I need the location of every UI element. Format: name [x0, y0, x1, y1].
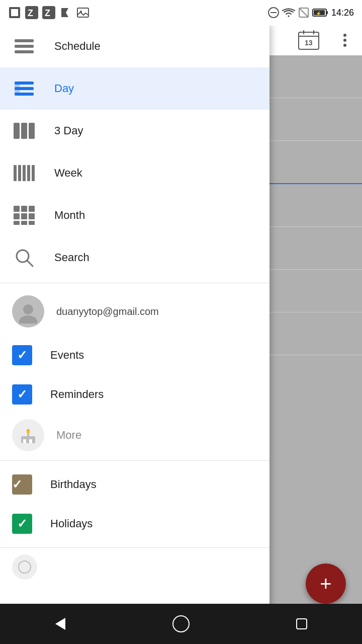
svg-text:Z: Z	[28, 8, 33, 18]
z-icon: Z	[25, 6, 38, 19]
sidebar-item-month[interactable]: Month	[0, 194, 269, 236]
home-button[interactable]	[171, 614, 191, 634]
svg-rect-45	[14, 221, 20, 225]
status-bar-right: ⚡ 14:26	[268, 7, 354, 18]
svg-point-58	[19, 561, 31, 573]
svg-rect-39	[14, 206, 20, 212]
svg-point-50	[23, 304, 33, 314]
svg-rect-31	[14, 123, 20, 139]
svg-rect-43	[21, 213, 27, 219]
status-bar: Z Z	[0, 0, 362, 25]
sidebar-item-search[interactable]: Search	[0, 236, 269, 279]
calendar-item-events[interactable]: ✓ Events	[0, 336, 269, 375]
status-time: 14:26	[331, 8, 354, 18]
status-bar-left: Z Z	[8, 6, 89, 19]
reminders-label: Reminders	[50, 388, 104, 401]
add-event-fab[interactable]: +	[306, 564, 346, 604]
more-label: More	[56, 429, 81, 442]
search-icon	[12, 246, 36, 270]
sidebar-item-3day[interactable]: 3 Day	[0, 110, 269, 152]
svg-point-21	[343, 34, 346, 37]
svg-rect-25	[15, 45, 34, 48]
svg-rect-46	[21, 221, 27, 225]
svg-point-23	[343, 44, 346, 47]
events-checkbox: ✓	[12, 345, 32, 365]
sim-icon	[298, 7, 309, 18]
month-label: Month	[54, 209, 85, 222]
holidays-label: Holidays	[50, 517, 93, 530]
svg-rect-40	[21, 206, 27, 212]
divider-2	[0, 460, 269, 461]
calendar-item-holidays[interactable]: ✓ Holidays	[0, 504, 269, 543]
svg-rect-13	[326, 11, 328, 14]
flag-icon	[59, 6, 72, 19]
week-icon	[12, 161, 36, 185]
account-email: duanyytop@gmail.com	[56, 306, 159, 317]
svg-rect-44	[29, 213, 35, 219]
battery-icon: ⚡	[312, 8, 328, 17]
bottom-icon	[12, 554, 37, 580]
birthdays-checkbox: ✓	[12, 474, 32, 495]
recent-button[interactable]	[292, 614, 312, 634]
minus-circle-icon	[268, 7, 279, 18]
svg-rect-41	[29, 206, 35, 212]
sidebar: Schedule Day	[0, 25, 269, 644]
3day-icon	[12, 119, 36, 143]
svg-point-51	[19, 315, 37, 324]
svg-rect-61	[297, 619, 307, 629]
svg-rect-47	[29, 221, 35, 225]
svg-rect-53	[23, 439, 26, 443]
week-label: Week	[54, 167, 82, 180]
wifi-icon	[282, 7, 295, 18]
more-row[interactable]: More	[0, 414, 269, 456]
svg-rect-6	[77, 8, 88, 17]
svg-text:⚡: ⚡	[316, 11, 322, 17]
svg-line-49	[27, 261, 33, 266]
svg-rect-26	[15, 50, 34, 53]
bottom-nav-bar	[0, 604, 362, 644]
svg-rect-24	[15, 39, 34, 42]
holidays-checkbox: ✓	[12, 514, 32, 534]
day-icon	[12, 76, 36, 101]
cake-icon	[12, 419, 44, 451]
svg-rect-36	[23, 165, 26, 181]
svg-rect-42	[14, 213, 20, 219]
z2-icon: Z	[42, 6, 55, 19]
sidebar-item-day[interactable]: Day	[0, 67, 269, 110]
svg-rect-1	[11, 9, 18, 16]
svg-point-57	[27, 431, 29, 433]
svg-rect-32	[21, 123, 27, 139]
back-button[interactable]	[50, 614, 70, 634]
reminders-checkbox: ✓	[12, 384, 32, 405]
divider-3	[0, 547, 269, 548]
svg-rect-33	[29, 123, 35, 139]
sidebar-item-schedule[interactable]: Schedule	[0, 25, 269, 67]
calendar-item-reminders[interactable]: ✓ Reminders	[0, 375, 269, 414]
svg-rect-37	[27, 165, 30, 181]
3day-label: 3 Day	[54, 124, 83, 137]
home-icon	[171, 614, 191, 634]
svg-text:13: 13	[305, 39, 313, 47]
svg-marker-59	[55, 618, 65, 630]
day-label: Day	[54, 82, 74, 95]
svg-line-11	[299, 8, 308, 17]
svg-rect-38	[32, 165, 35, 181]
calendar-13-icon[interactable]: 13	[298, 29, 320, 51]
svg-rect-35	[18, 165, 21, 181]
schedule-icon	[12, 34, 36, 58]
calendar-lines	[269, 55, 362, 644]
main-layout: 13	[0, 25, 362, 644]
svg-point-60	[173, 616, 189, 632]
add-icon: +	[320, 574, 331, 594]
divider-1	[0, 283, 269, 283]
image-icon	[76, 6, 89, 19]
square-icon	[8, 6, 21, 19]
svg-rect-30	[15, 82, 20, 96]
birthdays-label: Birthdays	[50, 478, 97, 491]
more-vertical-icon[interactable]	[336, 31, 354, 49]
calendar-item-birthdays[interactable]: ✓ Birthdays	[0, 465, 269, 504]
sidebar-item-week[interactable]: Week	[0, 152, 269, 194]
account-row[interactable]: duanyytop@gmail.com	[0, 287, 269, 336]
more-row-bottom[interactable]	[0, 552, 269, 582]
svg-rect-54	[29, 439, 32, 443]
